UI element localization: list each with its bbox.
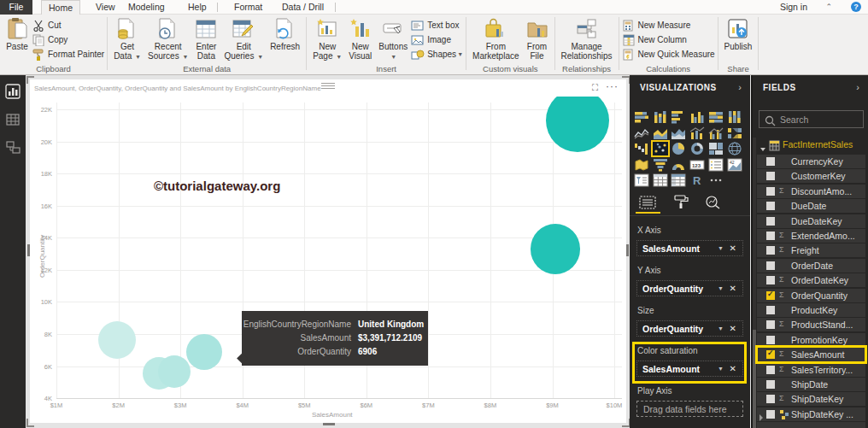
- copy-button[interactable]: Copy: [32, 32, 104, 47]
- field-checkbox[interactable]: [766, 172, 775, 180]
- donut-chart-icon[interactable]: [689, 142, 705, 155]
- scatter-chart-icon[interactable]: [653, 142, 668, 155]
- recent-sources-button[interactable]: RecentSources ▼: [144, 16, 191, 63]
- line-clustered-column-chart-icon[interactable]: [708, 126, 724, 140]
- filled-map-icon[interactable]: [634, 158, 649, 172]
- r-script-icon[interactable]: R: [689, 173, 705, 187]
- chevron-down-icon[interactable]: ▼: [718, 325, 724, 331]
- field-row-orderdatekey[interactable]: ΣOrderDateKey: [757, 273, 865, 287]
- from-file-button[interactable]: FromFile: [523, 16, 552, 62]
- scatter-bubble[interactable]: [546, 97, 609, 152]
- chevron-down-icon[interactable]: ▼: [718, 245, 724, 251]
- field-row-shipdate[interactable]: ShipDate: [757, 378, 865, 391]
- field-checkbox[interactable]: [766, 410, 775, 419]
- hundred-stacked-bar-chart-icon[interactable]: [708, 110, 724, 124]
- scatter-bubble[interactable]: [98, 321, 136, 359]
- area-chart-icon[interactable]: [653, 126, 668, 140]
- field-checkbox[interactable]: [766, 246, 775, 255]
- field-checkbox[interactable]: [766, 336, 775, 344]
- well-size[interactable]: OrderQuantity ▼ ✕: [636, 320, 743, 337]
- ribbon-tab-home[interactable]: Home: [41, 0, 80, 15]
- field-row-extendedamo-[interactable]: ΣExtendedAmo...: [757, 229, 865, 243]
- slicer-icon[interactable]: [634, 173, 649, 187]
- new-quick-measure-button[interactable]: New Quick Measure: [622, 47, 715, 62]
- field-row-orderdate[interactable]: OrderDate: [757, 259, 865, 273]
- stacked-column-chart-icon[interactable]: [653, 110, 668, 124]
- field-checkbox[interactable]: [766, 350, 775, 359]
- ribbon-chart-icon[interactable]: [727, 126, 742, 140]
- data-view-icon[interactable]: [5, 112, 21, 127]
- manage-relationships-button[interactable]: ManageRelationships: [558, 16, 616, 62]
- buttons-button[interactable]: Buttons▼: [375, 16, 411, 63]
- focus-mode-icon[interactable]: ⛶: [592, 83, 598, 93]
- field-checkbox[interactable]: [766, 291, 775, 300]
- analytics-tab[interactable]: [703, 195, 722, 209]
- field-checkbox[interactable]: [766, 380, 775, 389]
- chevron-down-icon[interactable]: ▼: [718, 366, 724, 372]
- scatter-bubble[interactable]: [531, 224, 581, 274]
- field-row-duedate[interactable]: DueDate: [757, 199, 865, 213]
- field-checkbox[interactable]: [766, 366, 775, 374]
- field-row-shipdatekey-[interactable]: ShipDateKey ...: [757, 407, 865, 421]
- field-row-salesterritory-[interactable]: ΣSalesTerritory...: [757, 363, 865, 377]
- field-row-shipdatekey[interactable]: ΣShipDateKey: [757, 392, 865, 406]
- report-view-icon[interactable]: [5, 84, 21, 99]
- field-row-orderquantity[interactable]: ΣOrderQuantity: [757, 289, 865, 302]
- line-chart-icon[interactable]: [634, 126, 649, 140]
- from-marketplace-button[interactable]: FromMarketplace: [469, 16, 522, 62]
- new-page-button[interactable]: NewPage ▼: [309, 16, 345, 63]
- clustered-bar-chart-icon[interactable]: [671, 110, 686, 124]
- line-stacked-column-chart-icon[interactable]: [689, 126, 705, 140]
- field-row-customerkey[interactable]: CustomerKey: [757, 169, 865, 183]
- remove-field-icon[interactable]: ✕: [730, 284, 736, 293]
- waterfall-chart-icon[interactable]: [634, 142, 649, 155]
- more-options-icon[interactable]: [708, 173, 724, 187]
- scatter-bubble[interactable]: [158, 355, 191, 388]
- ribbon-tab-data-drill[interactable]: Data / Drill: [275, 0, 331, 15]
- fields-tab[interactable]: [638, 195, 657, 209]
- field-row-productkey[interactable]: ProductKey: [757, 303, 865, 317]
- scatter-bubble[interactable]: [186, 334, 222, 370]
- field-row-currencykey[interactable]: CurrencyKey: [757, 155, 865, 168]
- field-checkbox[interactable]: [766, 320, 775, 329]
- model-view-icon[interactable]: [5, 139, 21, 155]
- hundred-stacked-column-chart-icon[interactable]: [727, 110, 742, 124]
- resize-handle-bottom-right[interactable]: [622, 419, 630, 426]
- text-box-button[interactable]: Text box: [411, 18, 463, 32]
- file-tab[interactable]: File: [0, 0, 32, 15]
- well-x-axis[interactable]: SalesAmount ▼ ✕: [636, 240, 743, 256]
- well-y-axis[interactable]: OrderQuantity ▼ ✕: [636, 280, 743, 296]
- enter-data-button[interactable]: EnterData: [191, 16, 220, 62]
- table-factinternetsales[interactable]: FactInternetSales: [757, 138, 865, 152]
- chevron-down-icon[interactable]: ▼: [718, 285, 724, 291]
- kpi-icon[interactable]: 42: [727, 158, 742, 172]
- ribbon-tab-modeling[interactable]: Modeling: [121, 0, 172, 15]
- gauge-icon[interactable]: [671, 158, 686, 172]
- field-checkbox[interactable]: [766, 217, 775, 226]
- field-checkbox[interactable]: [766, 276, 775, 284]
- well-color-saturation[interactable]: SalesAmount ▼ ✕: [636, 361, 743, 377]
- cut-button[interactable]: Cut: [32, 18, 104, 32]
- resize-handle-bottom[interactable]: [323, 423, 335, 425]
- clustered-column-chart-icon[interactable]: [689, 110, 705, 124]
- format-tab[interactable]: [672, 195, 690, 209]
- field-row-partial[interactable]: [757, 422, 865, 428]
- multi-row-card-icon[interactable]: [708, 158, 724, 172]
- sign-in-button[interactable]: Sign in: [780, 0, 807, 15]
- field-checkbox[interactable]: [766, 232, 775, 240]
- field-checkbox[interactable]: [766, 187, 775, 196]
- field-row-freight[interactable]: ΣFreight: [757, 243, 865, 257]
- collapse-ribbon-icon[interactable]: ⌃: [825, 0, 832, 15]
- field-checkbox[interactable]: [766, 261, 775, 270]
- search-input[interactable]: Search: [759, 110, 864, 128]
- remove-field-icon[interactable]: ✕: [730, 364, 736, 373]
- field-checkbox[interactable]: [766, 306, 775, 314]
- field-checkbox[interactable]: [766, 157, 775, 166]
- fields-scrollbar[interactable]: [753, 138, 756, 428]
- field-row-duedatekey[interactable]: DueDateKey: [757, 214, 865, 228]
- stacked-area-chart-icon[interactable]: [671, 126, 686, 140]
- help-icon[interactable]: ?: [851, 2, 861, 12]
- paste-button[interactable]: Paste: [3, 16, 32, 53]
- funnel-icon[interactable]: [653, 158, 668, 172]
- visual-more-options-icon[interactable]: ···: [606, 80, 619, 92]
